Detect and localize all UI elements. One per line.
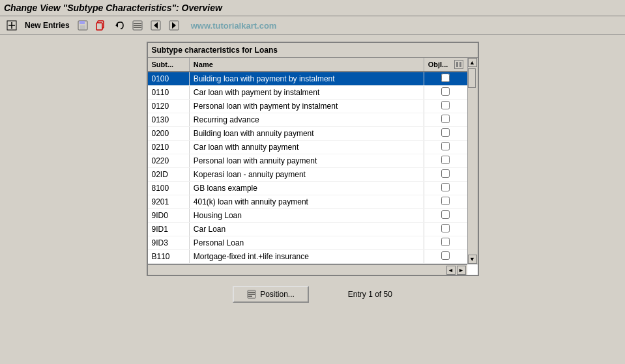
cell-obj[interactable] <box>424 86 467 100</box>
cell-subtype: 9201 <box>148 195 190 209</box>
table-row[interactable]: 0130Recurring advance <box>148 113 467 127</box>
cell-obj[interactable] <box>424 223 467 236</box>
obj-checkbox[interactable] <box>441 87 450 96</box>
toolbar-edit-icon[interactable] <box>4 18 20 33</box>
cell-subtype: 0130 <box>148 113 190 127</box>
obj-checkbox[interactable] <box>441 169 450 178</box>
entry-info: Entry 1 of 50 <box>348 290 392 299</box>
table-section-label: Subtype characteristics for Loans <box>152 46 278 55</box>
title-bar: Change View "Subtype Characteristics": O… <box>0 0 625 16</box>
obj-checkbox[interactable] <box>441 74 450 82</box>
cell-obj[interactable] <box>424 168 467 182</box>
table-row[interactable]: 9201401(k) loan with annuity payment <box>148 195 467 209</box>
main-content: Subtype characteristics for Loans Subt..… <box>0 35 625 319</box>
bottom-section: Position... Entry 1 of 50 <box>10 276 615 313</box>
table-section-header: Subtype characteristics for Loans <box>148 43 478 58</box>
table-header-row: Subt... Name ObjI... <box>148 58 467 72</box>
obj-checkbox[interactable] <box>441 128 450 137</box>
cell-name: Building loan with payment by instalment <box>189 72 424 86</box>
scroll-corner <box>467 264 478 275</box>
obj-checkbox[interactable] <box>441 251 450 260</box>
cell-name: Koperasi loan - annuity payment <box>189 168 424 182</box>
table-body: 0100Building loan with payment by instal… <box>148 72 467 264</box>
cell-obj[interactable] <box>424 209 467 223</box>
table-row[interactable]: 8100GB loans example <box>148 182 467 195</box>
scroll-left-btn[interactable]: ◄ <box>446 266 456 275</box>
scroll-area: ◄ ► <box>148 264 478 275</box>
toolbar-copy-btn[interactable] <box>93 18 109 33</box>
svg-rect-17 <box>456 62 458 67</box>
cell-obj[interactable] <box>424 182 467 195</box>
cell-name: Personal loan with annuity payment <box>189 154 424 168</box>
cell-obj[interactable] <box>424 250 467 264</box>
toolbar-prev-btn[interactable] <box>148 18 164 33</box>
cell-obj[interactable] <box>424 236 467 250</box>
scroll-down-btn[interactable]: ▼ <box>468 255 477 264</box>
obj-checkbox[interactable] <box>441 115 450 123</box>
cell-name: Housing Loan <box>189 209 424 223</box>
cell-name: 401(k) loan with annuity payment <box>189 195 424 209</box>
cell-name: Personal loan with payment by instalment <box>189 100 424 113</box>
data-table: Subt... Name ObjI... <box>148 58 467 264</box>
obj-checkbox[interactable] <box>441 224 450 232</box>
cell-subtype: 0210 <box>148 141 190 154</box>
cell-subtype: 8100 <box>148 182 190 195</box>
obj-checkbox[interactable] <box>441 197 450 205</box>
column-settings-icon[interactable] <box>454 60 463 69</box>
scroll-track <box>468 88 478 255</box>
table-row[interactable]: 0200Building loan with annuity payment <box>148 127 467 141</box>
col-header-name: Name <box>189 58 424 72</box>
horizontal-scrollbar[interactable]: ◄ ► <box>148 264 467 275</box>
toolbar-undo-btn[interactable] <box>111 18 127 33</box>
table-row[interactable]: 9ID0Housing Loan <box>148 209 467 223</box>
table-row[interactable]: 9ID3Personal Loan <box>148 236 467 250</box>
table-row[interactable]: 0220Personal loan with annuity payment <box>148 154 467 168</box>
table-row[interactable]: 02IDKoperasi loan - annuity payment <box>148 168 467 182</box>
cell-obj[interactable] <box>424 127 467 141</box>
new-entries-label[interactable]: New Entries <box>22 20 72 31</box>
table-row[interactable]: 0120Personal loan with payment by instal… <box>148 100 467 113</box>
cell-name: Recurring advance <box>189 113 424 127</box>
cell-obj[interactable] <box>424 154 467 168</box>
cell-subtype: 9ID0 <box>148 209 190 223</box>
cell-subtype: 0120 <box>148 100 190 113</box>
scroll-right-btn[interactable]: ► <box>457 266 466 275</box>
table-row[interactable]: B110Mortgage-fixed int.+life insurance <box>148 250 467 264</box>
cell-name: GB loans example <box>189 182 424 195</box>
table-row[interactable]: 0100Building loan with payment by instal… <box>148 72 467 86</box>
grid-table-area: Subt... Name ObjI... <box>148 58 467 264</box>
svg-rect-18 <box>459 62 461 67</box>
cell-obj[interactable] <box>424 72 467 86</box>
position-button[interactable]: Position... <box>233 286 309 303</box>
col-header-subtype: Subt... <box>148 58 190 72</box>
cell-subtype: 02ID <box>148 168 190 182</box>
col-obj-label: ObjI... <box>428 61 448 68</box>
vertical-scrollbar[interactable]: ▲ ▼ <box>467 58 478 264</box>
cell-name: Car loan with payment by instalment <box>189 86 424 100</box>
toolbar-save-btn[interactable] <box>75 18 91 33</box>
toolbar-find-btn[interactable] <box>130 18 145 33</box>
table-row[interactable]: 0110Car loan with payment by instalment <box>148 86 467 100</box>
toolbar: New Entries www.tutorialkart.com <box>0 16 625 35</box>
cell-obj[interactable] <box>424 100 467 113</box>
scroll-thumb[interactable] <box>468 68 476 88</box>
obj-checkbox[interactable] <box>441 183 450 191</box>
table-row[interactable]: 9ID1Car Loan <box>148 223 467 236</box>
cell-subtype: 0220 <box>148 154 190 168</box>
cell-subtype: 0100 <box>148 72 190 86</box>
obj-checkbox[interactable] <box>441 238 450 246</box>
obj-checkbox[interactable] <box>441 101 450 109</box>
toolbar-next-btn[interactable] <box>166 18 182 33</box>
cell-obj[interactable] <box>424 195 467 209</box>
table-row[interactable]: 0210Car loan with annuity payment <box>148 141 467 154</box>
obj-checkbox[interactable] <box>441 142 450 150</box>
col-header-obj: ObjI... <box>424 58 467 72</box>
obj-checkbox[interactable] <box>441 156 450 164</box>
svg-rect-5 <box>80 25 85 29</box>
cell-obj[interactable] <box>424 141 467 154</box>
cell-subtype: 0200 <box>148 127 190 141</box>
obj-checkbox[interactable] <box>441 210 450 219</box>
cell-name: Car Loan <box>189 223 424 236</box>
cell-obj[interactable] <box>424 113 467 127</box>
scroll-up-btn[interactable]: ▲ <box>468 58 477 67</box>
